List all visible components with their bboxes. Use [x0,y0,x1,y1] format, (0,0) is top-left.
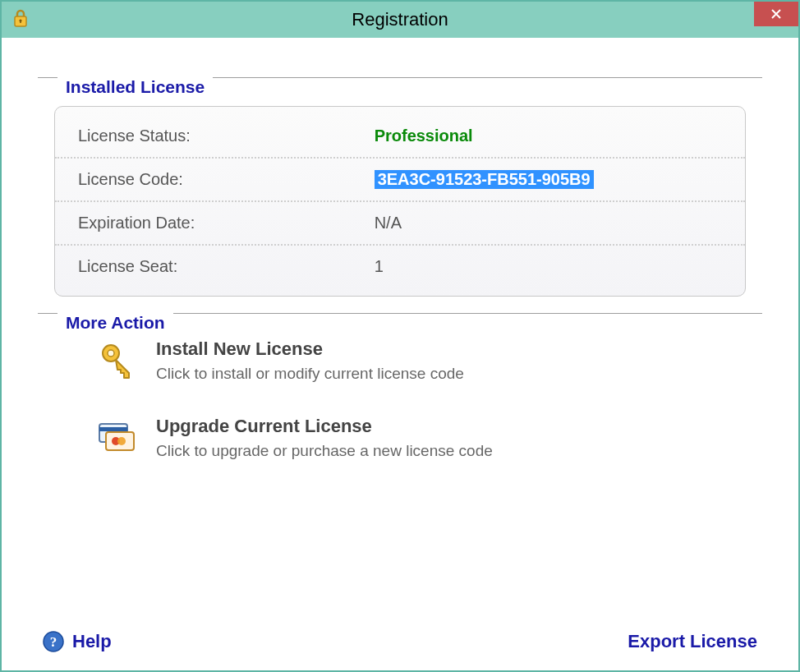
window-title: Registration [2,9,798,30]
upgrade-license-desc: Click to upgrade or purchase a new licen… [156,442,493,460]
help-icon: ? [43,631,64,652]
svg-text:?: ? [50,634,57,650]
license-code-label: License Code: [78,170,375,189]
help-link[interactable]: ? Help [43,631,112,652]
close-button[interactable] [754,2,798,26]
license-expiration-value: N/A [375,214,402,232]
license-status-label: License Status: [78,127,375,145]
lock-icon [13,9,28,30]
svg-point-4 [108,350,114,357]
upgrade-license-action[interactable]: Upgrade Current License Click to upgrade… [95,416,762,460]
help-label: Help [72,631,112,652]
more-action-group: More Action Install New License Click to… [38,313,762,460]
license-status-value: Professional [375,127,473,145]
license-seat-row: License Seat: 1 [55,246,745,288]
install-license-title: Install New License [156,338,464,360]
license-card: License Status: Professional License Cod… [54,106,746,297]
license-code-value[interactable]: 3EA3C-91523-FB551-905B9 [375,170,594,189]
key-icon [95,338,138,383]
more-action-legend: More Action [57,313,173,333]
license-seat-label: License Seat: [78,257,375,276]
installed-license-legend: Installed License [57,77,213,97]
svg-rect-6 [99,427,127,431]
credit-cards-icon [95,416,138,460]
license-expiration-row: Expiration Date: N/A [55,202,745,246]
titlebar: Registration [2,2,798,38]
footer: ? Help Export License [2,631,798,652]
license-code-row: License Code: 3EA3C-91523-FB551-905B9 [55,159,745,202]
license-seat-value: 1 [375,257,384,276]
license-status-row: License Status: Professional [55,115,745,159]
svg-point-9 [117,437,126,445]
installed-license-group: Installed License License Status: Profes… [38,77,762,297]
upgrade-license-title: Upgrade Current License [156,416,493,437]
install-license-desc: Click to install or modify current licen… [156,365,464,383]
export-license-link[interactable]: Export License [628,631,757,652]
license-expiration-label: Expiration Date: [78,214,375,232]
svg-rect-2 [20,21,21,23]
install-new-license-action[interactable]: Install New License Click to install or … [95,338,762,383]
close-icon [770,8,782,20]
registration-window: Registration Installed License License S… [0,0,800,672]
